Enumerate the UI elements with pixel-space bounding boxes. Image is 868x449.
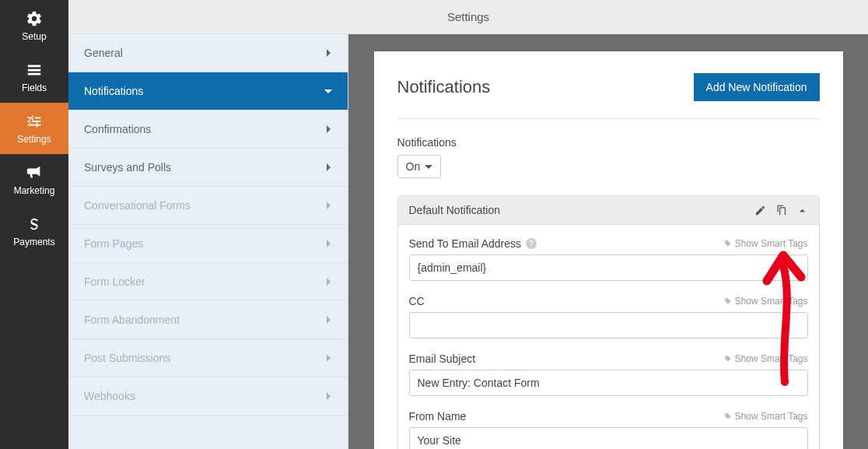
chevron-right-icon — [324, 47, 332, 59]
subnav-label: Form Pages — [84, 237, 143, 250]
sidebar-item-fields[interactable]: Fields — [0, 51, 68, 103]
toggle-label: Notifications — [397, 136, 820, 149]
block-header: Default Notification — [398, 196, 819, 225]
chevron-right-icon — [324, 124, 332, 135]
sidebar-label: Settings — [17, 134, 51, 145]
tag-icon — [723, 297, 732, 306]
sidebar-label: Payments — [13, 237, 54, 247]
subnav-item-conversational[interactable]: Conversational Forms — [68, 187, 348, 225]
sliders-icon — [26, 113, 43, 130]
settings-subnav: General Notifications Confirmations Surv… — [68, 34, 348, 449]
show-smart-tags-link[interactable]: Show Smart Tags — [723, 353, 808, 364]
subnav-label: Form Abandonment — [84, 314, 180, 326]
subnav-label: Notifications — [84, 85, 143, 97]
cc-label: CC — [409, 295, 425, 307]
sidebar-item-payments[interactable]: Payments — [0, 205, 68, 257]
subnav-label: Confirmations — [84, 123, 151, 135]
panel-title: Notifications — [397, 77, 491, 97]
subnav-item-confirmations[interactable]: Confirmations — [68, 110, 348, 149]
chevron-right-icon — [324, 391, 332, 402]
chevron-down-icon — [324, 86, 332, 97]
add-notification-button[interactable]: Add New Notification — [694, 73, 820, 101]
subnav-item-webhooks[interactable]: Webhooks — [68, 377, 348, 416]
subnav-item-notifications[interactable]: Notifications — [68, 72, 348, 110]
content-canvas: Notifications Add New Notification Notif… — [348, 34, 868, 449]
subnav-label: Surveys and Polls — [84, 161, 171, 174]
block-title: Default Notification — [409, 204, 501, 216]
sidebar-item-marketing[interactable]: Marketing — [0, 154, 68, 205]
send-to-input[interactable] — [409, 254, 808, 281]
send-to-label: Send To Email Address ? — [409, 237, 537, 250]
subnav-label: Form Locker — [84, 275, 145, 288]
tag-icon — [723, 240, 732, 248]
notifications-toggle-select[interactable]: On — [397, 155, 442, 178]
sidebar-label: Fields — [22, 82, 47, 93]
chevron-down-icon — [425, 163, 432, 170]
subject-input[interactable] — [409, 370, 808, 396]
subnav-item-postsubmissions[interactable]: Post Submissions — [68, 339, 348, 377]
show-smart-tags-link[interactable]: Show Smart Tags — [723, 238, 808, 249]
sidebar-item-setup[interactable]: Setup — [0, 0, 68, 51]
chevron-right-icon — [324, 162, 332, 174]
chevron-right-icon — [324, 314, 332, 326]
notifications-toggle-section: Notifications On — [397, 136, 820, 178]
show-smart-tags-link[interactable]: Show Smart Tags — [723, 296, 808, 307]
subnav-label: Webhooks — [84, 390, 135, 402]
page-header: Settings — [68, 0, 868, 34]
primary-sidebar: Setup Fields Settings Marketing Payments — [0, 0, 68, 449]
toggle-value: On — [406, 160, 421, 173]
subnav-item-surveys[interactable]: Surveys and Polls — [68, 149, 348, 187]
from-name-label: From Name — [409, 410, 467, 423]
chevron-right-icon — [324, 200, 332, 212]
tag-icon — [723, 412, 732, 421]
subnav-label: Post Submissions — [84, 352, 170, 364]
gear-icon — [26, 10, 43, 27]
list-icon — [26, 61, 43, 79]
chevron-up-icon[interactable] — [796, 205, 808, 216]
page-title: Settings — [447, 10, 489, 23]
subnav-item-formpages[interactable]: Form Pages — [68, 225, 348, 263]
bullhorn-icon — [26, 164, 43, 181]
show-smart-tags-link[interactable]: Show Smart Tags — [723, 411, 808, 422]
dollar-icon — [26, 216, 43, 233]
from-name-input[interactable] — [409, 427, 808, 449]
subnav-item-general[interactable]: General — [68, 34, 348, 72]
notifications-panel: Notifications Add New Notification Notif… — [374, 51, 843, 449]
chevron-right-icon — [324, 353, 332, 364]
tag-icon — [723, 355, 732, 363]
help-icon[interactable]: ? — [526, 238, 537, 249]
subject-label: Email Subject — [409, 353, 476, 365]
chevron-right-icon — [324, 276, 332, 288]
subnav-item-formabandon[interactable]: Form Abandonment — [68, 301, 348, 339]
edit-icon[interactable] — [754, 205, 766, 216]
copy-icon[interactable] — [775, 205, 787, 216]
sidebar-item-settings[interactable]: Settings — [0, 103, 68, 154]
subnav-label: Conversational Forms — [84, 199, 191, 212]
notification-block: Default Notification S — [397, 195, 820, 449]
chevron-right-icon — [324, 238, 332, 250]
subnav-item-formlocker[interactable]: Form Locker — [68, 263, 348, 301]
sidebar-label: Marketing — [14, 185, 55, 196]
sidebar-label: Setup — [22, 31, 46, 42]
subnav-label: General — [84, 47, 123, 59]
cc-input[interactable] — [409, 312, 808, 339]
